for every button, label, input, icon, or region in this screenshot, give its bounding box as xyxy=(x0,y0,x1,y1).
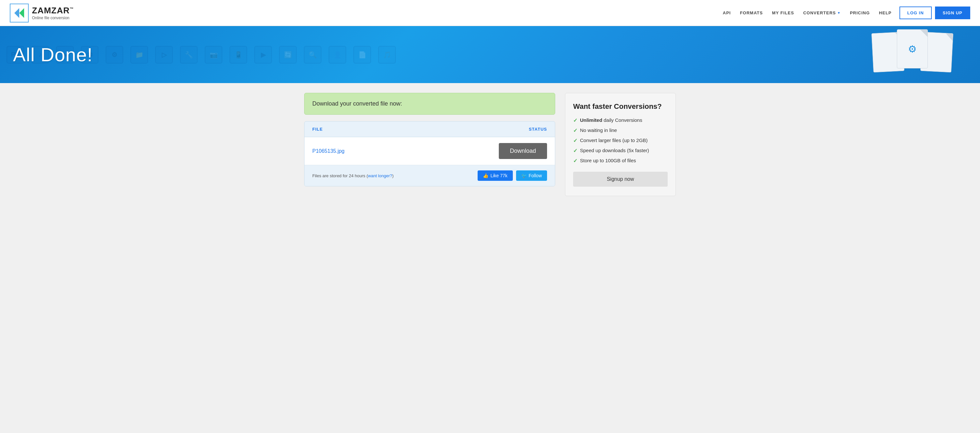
check-icon: ✓ xyxy=(573,117,578,124)
list-item: ✓ Store up to 100GB of files xyxy=(573,158,668,164)
success-message: Download your converted file now: xyxy=(312,100,402,107)
signup-button[interactable]: SIGN UP xyxy=(935,6,970,19)
hero-icon: 👤 xyxy=(329,46,346,63)
list-item: ✓ No waiting in line xyxy=(573,127,668,133)
nav-help[interactable]: HELP xyxy=(879,10,892,15)
hero-icon: ⚙ xyxy=(106,46,123,63)
twitter-icon: 🐦 xyxy=(521,173,527,178)
nav-converters[interactable]: CONVERTERS ▼ xyxy=(803,10,841,15)
check-icon: ✓ xyxy=(573,138,578,144)
promo-list: ✓ Unlimited daily Conversions ✓ No waiti… xyxy=(573,117,668,164)
gear-icon: ⚙ xyxy=(908,43,917,55)
col-file-label: FILE xyxy=(312,127,323,132)
file-table: FILE STATUS P1065135.jpg Download Files … xyxy=(304,121,555,186)
check-icon: ✓ xyxy=(573,158,578,164)
hero-icon: 🎵 xyxy=(378,46,396,63)
hero-icon: 🔧 xyxy=(180,46,197,63)
right-panel: Want faster Conversions? ✓ Unlimited dai… xyxy=(565,93,676,196)
nav-pricing[interactable]: PRICING xyxy=(850,10,870,15)
storage-note: Files are stored for 24 hours (want long… xyxy=(312,173,393,178)
hero-icon: 📷 xyxy=(205,46,222,63)
promo-card: Want faster Conversions? ✓ Unlimited dai… xyxy=(565,93,676,196)
twitter-follow-label: Follow xyxy=(529,173,542,178)
table-header: FILE STATUS xyxy=(304,122,555,137)
logo-icon xyxy=(10,3,29,22)
col-status-label: STATUS xyxy=(529,127,547,132)
logo[interactable]: ZAMZAR™ Online file conversion xyxy=(10,3,74,22)
want-longer-link[interactable]: want longer? xyxy=(368,173,392,178)
logo-text: ZAMZAR™ Online file conversion xyxy=(32,6,74,20)
fb-like-label: Like 77k xyxy=(490,173,507,178)
login-button[interactable]: LOG IN xyxy=(899,6,932,19)
list-item: ✓ Convert larger files (up to 2GB) xyxy=(573,138,668,144)
hero-icon: ▶ xyxy=(254,46,272,63)
hero-icon: ▷ xyxy=(155,46,173,63)
thumbs-up-icon: 👍 xyxy=(483,173,488,178)
file-icon-mid: ⚙ xyxy=(897,29,928,68)
left-panel: Download your converted file now: FILE S… xyxy=(304,93,555,196)
nav-formats[interactable]: FORMATS xyxy=(740,10,763,15)
file-footer: Files are stored for 24 hours (want long… xyxy=(304,165,555,186)
success-banner: Download your converted file now: xyxy=(304,93,555,115)
twitter-follow-button[interactable]: 🐦 Follow xyxy=(516,170,547,181)
chevron-down-icon: ▼ xyxy=(837,11,841,15)
hero-file-icons: ⚙ xyxy=(871,33,954,72)
svg-marker-1 xyxy=(19,8,24,18)
main-nav: API FORMATS MY FILES CONVERTERS ▼ PRICIN… xyxy=(723,10,892,15)
promo-title: Want faster Conversions? xyxy=(573,102,668,111)
svg-marker-0 xyxy=(14,8,19,18)
signup-now-button[interactable]: Signup now xyxy=(573,172,668,187)
hero-icon: 📱 xyxy=(229,46,247,63)
hero-icon: 🔄 xyxy=(279,46,297,63)
file-name-link[interactable]: P1065135.jpg xyxy=(312,148,345,154)
list-item: ✓ Unlimited daily Conversions xyxy=(573,117,668,124)
hero-icon: 🔍 xyxy=(304,46,321,63)
hero-title: All Done! xyxy=(13,44,92,65)
table-row: P1065135.jpg Download xyxy=(304,137,555,165)
header: ZAMZAR™ Online file conversion API FORMA… xyxy=(0,0,980,26)
social-buttons: 👍 Like 77k 🐦 Follow xyxy=(477,170,547,181)
list-item: ✓ Speed up downloads (5x faster) xyxy=(573,148,668,154)
facebook-like-button[interactable]: 👍 Like 77k xyxy=(477,170,512,181)
nav-my-files[interactable]: MY FILES xyxy=(772,10,794,15)
hero-icon: 📁 xyxy=(130,46,148,63)
check-icon: ✓ xyxy=(573,127,578,133)
logo-title: ZAMZAR™ xyxy=(32,6,74,16)
check-icon: ✓ xyxy=(573,148,578,154)
hero-icon: 📄 xyxy=(353,46,371,63)
logo-subtitle: Online file conversion xyxy=(32,16,74,20)
hero-banner: PS ♪ ▶ ✉ ⚙ 📁 ▷ 🔧 📷 📱 ▶ 🔄 🔍 👤 📄 🎵 All Don… xyxy=(0,26,980,83)
main-content: Download your converted file now: FILE S… xyxy=(294,93,686,196)
hero-icons: PS ♪ ▶ ✉ ⚙ 📁 ▷ 🔧 📷 📱 ▶ 🔄 🔍 👤 📄 🎵 xyxy=(0,26,980,83)
download-button[interactable]: Download xyxy=(499,143,547,159)
header-buttons: LOG IN SIGN UP xyxy=(899,6,970,19)
nav-api[interactable]: API xyxy=(723,10,731,15)
